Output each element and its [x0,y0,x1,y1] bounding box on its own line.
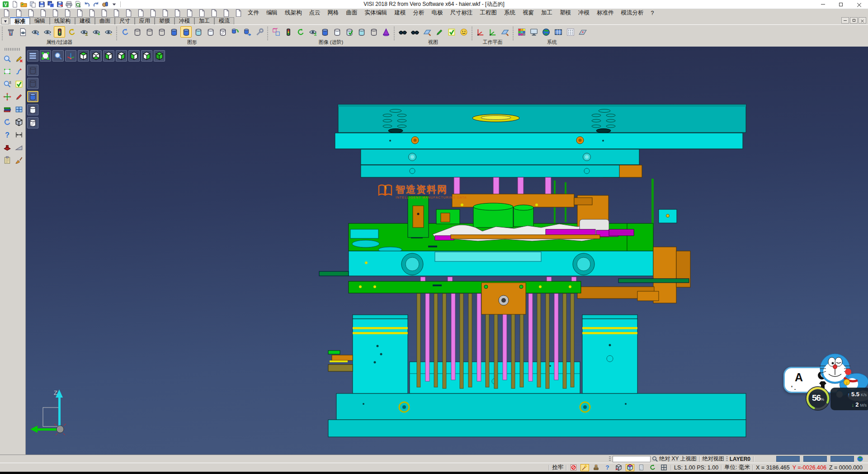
active-layer-indicator[interactable]: LAYER0 [730,456,750,462]
bottom-clamp-plate[interactable] [328,393,746,437]
layout-icon[interactable] [14,104,25,115]
adv-verify-icon[interactable] [344,26,355,38]
adv-cone-icon[interactable] [380,26,392,38]
ejector-retainer-plate[interactable] [349,277,581,293]
list-icon[interactable] [637,464,646,471]
toolbar-group-grip[interactable] [393,27,396,40]
menu-item[interactable]: 文件 [244,9,263,17]
query-icon[interactable]: ? [603,464,612,471]
cavity-plate[interactable] [349,251,653,276]
adv-transparent-icon[interactable] [356,26,367,38]
render-copy-icon[interactable] [241,26,253,38]
show-more-icon[interactable]: + [90,26,102,38]
menu-item[interactable]: 塑模 [556,9,575,17]
view-left-icon[interactable] [103,50,114,62]
menu-item[interactable]: 点云 [306,9,324,17]
left-side-fittings[interactable] [328,351,353,371]
side-lock-rod[interactable] [618,279,689,283]
zoom-view-icon[interactable] [52,50,64,62]
view-iso-icon[interactable] [154,50,165,62]
globe-icon[interactable] [856,455,864,463]
model-canvas[interactable]: Z [26,47,868,455]
transparent-mode-icon[interactable] [193,26,204,38]
render-hatch-icon[interactable] [27,117,38,128]
clear-attributes-icon[interactable] [5,26,16,38]
hatch-mode-icon[interactable] [217,26,228,38]
toolbar-grip[interactable] [5,48,21,51]
workplane-axes-icon[interactable] [475,26,486,38]
child-close-button[interactable] [859,17,866,24]
menu-item[interactable]: 电极 [428,9,447,17]
view-bottom-icon[interactable] [90,50,102,62]
toolbar-tab[interactable]: 标准 [10,17,30,24]
toolbar-tab[interactable]: 加工 [194,17,214,24]
ucs-icon[interactable] [65,50,76,62]
adv-wireframe-icon[interactable] [270,26,282,38]
toolbar-tab[interactable]: 冲模 [175,17,194,24]
toolbar-tab[interactable]: 塑膜 [155,17,175,24]
adv-filter-icon[interactable] [283,26,294,38]
toolbar-tab[interactable]: 尺寸 [115,17,135,24]
child-restore-button[interactable] [850,17,858,24]
dynamic-cube-icon[interactable] [626,464,634,471]
system-globe-icon[interactable] [540,26,552,38]
menu-item[interactable]: 视窗 [519,9,538,17]
render-options-icon[interactable] [254,26,265,38]
clipboard-icon[interactable] [2,154,13,166]
shaded-edges-mode-icon[interactable] [180,26,192,38]
view-mode-indicator[interactable]: 绝对 XY 上视图 [659,455,696,463]
show-entity-icon[interactable]: + [29,26,41,38]
view-right-icon[interactable] [116,50,127,62]
layer-color-swatch[interactable] [830,456,854,462]
render-hidden-line-icon[interactable] [27,78,38,89]
render-ghost-icon[interactable] [27,104,38,115]
view-smiley-icon[interactable] [458,26,469,38]
view-front-icon[interactable] [128,50,140,62]
redraw-icon[interactable] [119,26,131,38]
left-rod[interactable] [319,271,349,276]
menu-item[interactable]: 模流分析 [618,9,647,17]
toolbar-group-grip[interactable] [471,27,473,40]
close-button[interactable] [850,0,868,9]
network-speed-panel[interactable]: ↑ 5.5 K/s ↓ 2 M/s [830,388,868,410]
top-plate-2[interactable] [335,133,743,149]
center-support-block[interactable] [481,283,526,314]
toolbar-group-grip[interactable] [267,27,269,40]
cube-axis-icon[interactable] [614,464,623,471]
top-clamp-plate[interactable] [338,104,746,133]
regen-icon[interactable] [2,116,13,128]
workplane-plane-icon[interactable] [499,26,510,38]
left-spacer-block[interactable] [353,315,408,393]
tab-dropdown-button[interactable] [1,18,9,24]
view-sketch-icon[interactable] [434,26,445,38]
auto-rotate-icon[interactable] [648,464,657,471]
ghost-mode-icon[interactable] [205,26,216,38]
color-palette-icon[interactable] [516,26,527,38]
view-check-icon[interactable] [446,26,457,38]
units-indicator[interactable]: 单位: 毫米 [724,464,750,471]
attribute-doc-icon[interactable] [17,26,28,38]
spline-icon[interactable] [14,66,25,77]
lock-toggle[interactable]: 拴牢 [552,464,563,471]
hide-entity-icon[interactable]: - [42,26,53,38]
menu-item[interactable]: 曲面 [343,9,361,17]
grid-window-icon[interactable] [660,464,668,471]
scale-indicator[interactable]: LS: 1.00 PS: 1.00 [674,465,718,471]
adv-refresh-icon[interactable] [295,26,306,38]
dashed-hidden-mode-icon[interactable] [156,26,167,38]
child-minimize-button[interactable] [841,17,849,24]
erase-icon[interactable] [14,53,25,64]
layer-color-swatch[interactable] [803,456,827,462]
toolbar-group-grip[interactable] [1,27,4,40]
attributes-icon[interactable] [2,104,13,115]
menu-item[interactable]: 线架构 [281,9,306,17]
toolbar-tab[interactable]: 应用 [135,17,155,24]
toolbar-tab[interactable]: 曲面 [95,17,115,24]
adv-wire-cyl-icon[interactable] [368,26,379,38]
toolbar-group-grip[interactable] [512,27,514,40]
render-update-icon[interactable] [229,26,241,38]
dot-grid-icon[interactable] [565,26,576,38]
smart-pick-icon[interactable] [580,464,589,471]
cap-icon[interactable] [2,142,13,153]
measure-icon[interactable] [14,129,25,140]
